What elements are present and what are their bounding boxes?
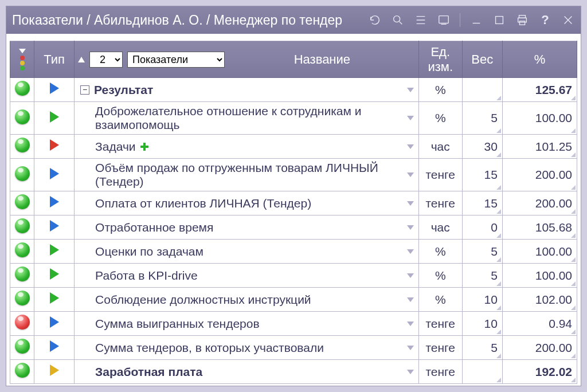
status-cell bbox=[10, 102, 34, 135]
percent-cell[interactable]: 192.02 bbox=[502, 360, 577, 384]
name-cell[interactable]: Оплата от клиентов ЛИЧНАЯ (Тендер) bbox=[75, 191, 419, 215]
percent-cell[interactable]: 100.00 bbox=[502, 240, 577, 264]
weight-cell[interactable]: 15 bbox=[462, 159, 502, 191]
tree-icon[interactable] bbox=[414, 13, 428, 27]
row-dropdown-icon[interactable] bbox=[407, 116, 414, 120]
percent-cell[interactable]: 125.67 bbox=[502, 78, 577, 102]
sort-asc-icon[interactable] bbox=[78, 57, 85, 62]
search-icon[interactable] bbox=[391, 13, 405, 27]
weight-cell[interactable] bbox=[462, 360, 502, 384]
percent-cell[interactable]: 200.00 bbox=[502, 191, 577, 215]
table-row[interactable]: Оплата от клиентов ЛИЧНАЯ (Тендер)тенге1… bbox=[10, 191, 577, 215]
titlebar: Показатели / Абильдинов А. О. / Менеджер… bbox=[6, 6, 581, 34]
type-green-icon bbox=[50, 244, 59, 256]
col-status-header[interactable] bbox=[10, 41, 34, 78]
type-blue-icon bbox=[50, 316, 59, 328]
type-cell bbox=[34, 288, 75, 312]
level-select[interactable]: 2 bbox=[89, 52, 123, 68]
col-type-header[interactable]: Тип bbox=[34, 41, 75, 78]
weight-cell[interactable]: 5 bbox=[462, 336, 502, 360]
weight-cell[interactable]: 5 bbox=[462, 102, 502, 135]
row-dropdown-icon[interactable] bbox=[407, 173, 414, 177]
csv-export-icon[interactable] bbox=[437, 13, 451, 27]
name-cell[interactable]: Оценки по задачам bbox=[75, 240, 419, 264]
unit-cell: тенге bbox=[418, 191, 462, 215]
percent-cell[interactable]: 101.25 bbox=[502, 135, 577, 159]
row-dropdown-icon[interactable] bbox=[407, 88, 414, 92]
add-icon[interactable] bbox=[140, 143, 148, 151]
name-cell[interactable]: Задачи bbox=[75, 135, 419, 159]
percent-cell[interactable]: 102.00 bbox=[502, 288, 577, 312]
expand-toggle[interactable]: − bbox=[80, 85, 89, 95]
row-dropdown-icon[interactable] bbox=[407, 144, 414, 149]
col-percent-header[interactable]: % bbox=[502, 41, 577, 78]
weight-cell[interactable]: 10 bbox=[462, 312, 502, 336]
row-dropdown-icon[interactable] bbox=[407, 370, 414, 374]
name-cell[interactable]: Заработная плата bbox=[75, 360, 419, 384]
name-cell[interactable]: Отработанное время bbox=[75, 215, 419, 240]
row-dropdown-icon[interactable] bbox=[407, 249, 414, 254]
weight-cell[interactable]: 0 bbox=[462, 215, 502, 240]
row-dropdown-icon[interactable] bbox=[407, 273, 414, 278]
table-row[interactable]: Оценки по задачам%5100.00 bbox=[10, 240, 577, 264]
name-cell[interactable]: Сумма выигранных тендеров bbox=[75, 312, 419, 336]
weight-cell[interactable]: 5 bbox=[462, 240, 502, 264]
name-cell[interactable]: Работа в KPI-drive bbox=[75, 264, 419, 288]
help-icon[interactable]: ? bbox=[538, 13, 552, 27]
close-icon[interactable] bbox=[561, 13, 575, 27]
print-icon[interactable] bbox=[515, 13, 529, 27]
category-select[interactable]: Показатели bbox=[127, 52, 225, 68]
col-unit-header[interactable]: Ед. изм. bbox=[418, 41, 462, 78]
col-weight-header[interactable]: Вес bbox=[462, 41, 502, 78]
minimize-icon[interactable] bbox=[469, 13, 483, 27]
table-row[interactable]: Задачичас30101.25 bbox=[10, 135, 577, 159]
grid-container: Тип 2 Показатели Название bbox=[6, 34, 581, 386]
name-header-label: Название bbox=[229, 52, 415, 67]
row-name-label: Работа в KPI-drive bbox=[95, 269, 197, 283]
table-row[interactable]: Работа в KPI-drive%5100.00 bbox=[10, 264, 577, 288]
type-cell bbox=[34, 336, 75, 360]
percent-cell[interactable]: 100.00 bbox=[502, 264, 577, 288]
table-row[interactable]: Сумма выигранных тендеровтенге100.94 bbox=[10, 312, 577, 336]
weight-cell[interactable]: 10 bbox=[462, 288, 502, 312]
maximize-icon[interactable] bbox=[492, 13, 506, 27]
weight-cell[interactable]: 30 bbox=[462, 135, 502, 159]
percent-cell[interactable]: 0.94 bbox=[502, 312, 577, 336]
percent-cell[interactable]: 105.68 bbox=[502, 215, 577, 240]
percent-cell[interactable]: 100.00 bbox=[502, 102, 577, 135]
table-row[interactable]: Заработная плататенге192.02 bbox=[10, 360, 577, 384]
table-row[interactable]: Объём продаж по отгруженным товарам ЛИЧН… bbox=[10, 159, 577, 191]
row-name-label: Задачи bbox=[95, 140, 136, 154]
row-dropdown-icon[interactable] bbox=[407, 346, 414, 350]
unit-cell: тенге bbox=[418, 336, 462, 360]
name-cell[interactable]: Соблюдение должностных инструкций bbox=[75, 288, 419, 312]
name-cell[interactable]: Объём продаж по отгруженным товарам ЛИЧН… bbox=[75, 159, 419, 191]
status-green-icon bbox=[15, 138, 30, 152]
table-row[interactable]: Доброжелательное отношение к сотрудникам… bbox=[10, 102, 577, 135]
titlebar-icons: ? bbox=[368, 13, 575, 27]
unit-cell: % bbox=[418, 264, 462, 288]
weight-cell[interactable] bbox=[462, 78, 502, 102]
percent-cell[interactable]: 200.00 bbox=[502, 336, 577, 360]
type-blue-icon bbox=[50, 83, 59, 94]
table-row[interactable]: Сумма тендеров, в которых участвовалитен… bbox=[10, 336, 577, 360]
row-name-label: Оплата от клиентов ЛИЧНАЯ (Тендер) bbox=[95, 197, 311, 210]
weight-cell[interactable]: 15 bbox=[462, 191, 502, 215]
table-row[interactable]: Отработанное времячас0105.68 bbox=[10, 215, 577, 240]
name-cell[interactable]: Доброжелательное отношение к сотрудникам… bbox=[75, 102, 419, 135]
col-name-header[interactable]: 2 Показатели Название bbox=[75, 41, 419, 78]
row-dropdown-icon[interactable] bbox=[407, 322, 414, 326]
type-cell bbox=[34, 264, 75, 288]
name-cell[interactable]: Сумма тендеров, в которых участвовали bbox=[75, 336, 419, 360]
type-blue-icon bbox=[50, 168, 59, 179]
refresh-icon[interactable] bbox=[368, 13, 382, 27]
row-dropdown-icon[interactable] bbox=[407, 225, 414, 230]
unit-cell: тенге bbox=[418, 312, 462, 336]
table-row[interactable]: Соблюдение должностных инструкций%10102.… bbox=[10, 288, 577, 312]
name-cell[interactable]: −Результат bbox=[75, 78, 419, 102]
percent-cell[interactable]: 200.00 bbox=[502, 159, 577, 191]
weight-cell[interactable]: 5 bbox=[462, 264, 502, 288]
row-dropdown-icon[interactable] bbox=[407, 297, 414, 302]
row-dropdown-icon[interactable] bbox=[407, 201, 414, 206]
table-row[interactable]: −Результат%125.67 bbox=[10, 78, 577, 102]
